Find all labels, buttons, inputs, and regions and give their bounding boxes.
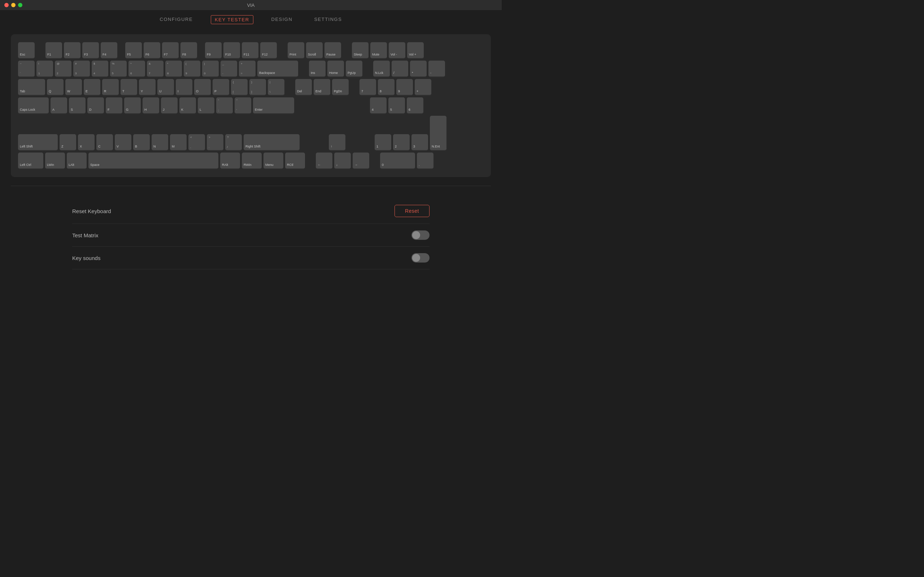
key-arrow-right[interactable]: →	[353, 153, 369, 169]
close-button[interactable]	[4, 3, 9, 7]
key-tilde[interactable]: ~ `	[18, 61, 35, 77]
key-2[interactable]: @ 2	[55, 61, 71, 77]
key-o[interactable]: O	[194, 79, 211, 95]
key-f4[interactable]: F4	[101, 42, 117, 59]
key-scroll[interactable]: Scroll	[306, 42, 323, 59]
key-right-shift[interactable]: Right Shift	[244, 134, 300, 151]
key-f2[interactable]: F2	[64, 42, 81, 59]
key-numslash[interactable]: /	[392, 61, 408, 77]
key-f1[interactable]: F1	[45, 42, 62, 59]
key-enter[interactable]: Enter	[253, 97, 294, 114]
maximize-button[interactable]	[18, 3, 23, 7]
reset-button[interactable]: Reset	[394, 205, 430, 217]
key-pause[interactable]: Pause	[325, 42, 341, 59]
nav-key-tester[interactable]: KEY TESTER	[211, 15, 253, 24]
key-arrow-down[interactable]: ↓	[334, 153, 351, 169]
key-numstar[interactable]: *	[410, 61, 426, 77]
nav-design[interactable]: DESIGN	[268, 15, 296, 24]
key-f9[interactable]: F9	[205, 42, 221, 59]
key-9[interactable]: ( 9	[184, 61, 200, 77]
key-ralt[interactable]: RAlt	[220, 153, 240, 169]
key-left-ctrl[interactable]: Left Ctrl	[18, 153, 43, 169]
key-f[interactable]: F	[106, 97, 122, 114]
key-num4[interactable]: 4	[370, 97, 386, 114]
key-quote[interactable]: " '	[234, 97, 251, 114]
key-c[interactable]: C	[96, 134, 113, 151]
key-num2[interactable]: 2	[393, 134, 410, 151]
key-t[interactable]: T	[121, 79, 137, 95]
key-left-shift[interactable]: Left Shift	[18, 134, 58, 151]
key-num5[interactable]: 5	[388, 97, 405, 114]
key-lbrace[interactable]: { [	[231, 79, 247, 95]
key-num7[interactable]: 7	[360, 79, 376, 95]
key-numplus[interactable]: +	[415, 79, 431, 95]
key-n[interactable]: N	[152, 134, 168, 151]
key-rctl[interactable]: RCtl	[285, 153, 305, 169]
key-numdot[interactable]: .	[417, 153, 433, 169]
minimize-button[interactable]	[11, 3, 16, 7]
key-1[interactable]: ! 1	[36, 61, 53, 77]
key-v[interactable]: V	[115, 134, 131, 151]
key-pgup[interactable]: PgUp	[346, 61, 362, 77]
key-5[interactable]: % 5	[110, 61, 127, 77]
key-num3[interactable]: 3	[412, 134, 428, 151]
nav-settings[interactable]: SETTINGS	[310, 15, 346, 24]
key-vol-up[interactable]: Vol +	[407, 42, 424, 59]
key-f3[interactable]: F3	[82, 42, 99, 59]
key-h[interactable]: H	[142, 97, 159, 114]
key-p[interactable]: P	[213, 79, 229, 95]
key-num9[interactable]: 9	[396, 79, 413, 95]
key-mute[interactable]: Mute	[370, 42, 387, 59]
key-w[interactable]: W	[65, 79, 82, 95]
key-f11[interactable]: F11	[242, 42, 258, 59]
key-menu[interactable]: Menu	[263, 153, 283, 169]
key-num1[interactable]: 1	[375, 134, 391, 151]
key-numminus[interactable]: -	[428, 61, 445, 77]
key-z[interactable]: Z	[60, 134, 76, 151]
key-s[interactable]: S	[69, 97, 86, 114]
key-rwin[interactable]: RWin	[242, 153, 262, 169]
key-r[interactable]: R	[102, 79, 119, 95]
key-num6[interactable]: 6	[407, 97, 423, 114]
key-period[interactable]: > .	[207, 134, 223, 151]
key-del[interactable]: Del	[295, 79, 312, 95]
key-esc[interactable]: Esc	[18, 42, 35, 59]
key-e[interactable]: E	[84, 79, 100, 95]
key-3[interactable]: # 3	[73, 61, 90, 77]
key-k[interactable]: K	[179, 97, 196, 114]
key-arrow-left[interactable]: ←	[316, 153, 333, 169]
key-8[interactable]: * 8	[165, 61, 182, 77]
key-a[interactable]: A	[50, 97, 67, 114]
key-semicolon[interactable]: " ;	[216, 97, 233, 114]
key-equals[interactable]: + =	[239, 61, 255, 77]
key-home[interactable]: Home	[327, 61, 344, 77]
key-j[interactable]: J	[161, 97, 178, 114]
key-print[interactable]: Print	[288, 42, 304, 59]
key-space[interactable]: Space	[89, 153, 218, 169]
key-comma[interactable]: < ,	[188, 134, 205, 151]
key-d[interactable]: D	[87, 97, 104, 114]
key-end[interactable]: End	[313, 79, 330, 95]
key-sounds-toggle[interactable]	[412, 253, 430, 263]
key-x[interactable]: X	[78, 134, 95, 151]
key-u[interactable]: U	[157, 79, 174, 95]
key-backspace[interactable]: Backspace	[257, 61, 298, 77]
key-f8[interactable]: F8	[181, 42, 197, 59]
key-y[interactable]: Y	[139, 79, 155, 95]
test-matrix-toggle[interactable]	[412, 230, 430, 240]
key-vol-down[interactable]: Vol -	[389, 42, 405, 59]
key-b[interactable]: B	[133, 134, 150, 151]
key-f7[interactable]: F7	[162, 42, 179, 59]
key-6[interactable]: ^ 6	[129, 61, 145, 77]
key-g[interactable]: G	[124, 97, 141, 114]
key-arrow-up[interactable]: ↑	[329, 134, 346, 151]
key-f6[interactable]: F6	[144, 42, 160, 59]
key-num0[interactable]: 0	[380, 153, 415, 169]
key-backslash[interactable]: | \	[268, 79, 284, 95]
key-f12[interactable]: F12	[260, 42, 277, 59]
key-ins[interactable]: Ins	[309, 61, 326, 77]
nav-configure[interactable]: CONFIGURE	[156, 15, 197, 24]
key-i[interactable]: I	[176, 79, 192, 95]
key-slash[interactable]: ? /	[225, 134, 242, 151]
key-rbrace[interactable]: } ]	[249, 79, 266, 95]
